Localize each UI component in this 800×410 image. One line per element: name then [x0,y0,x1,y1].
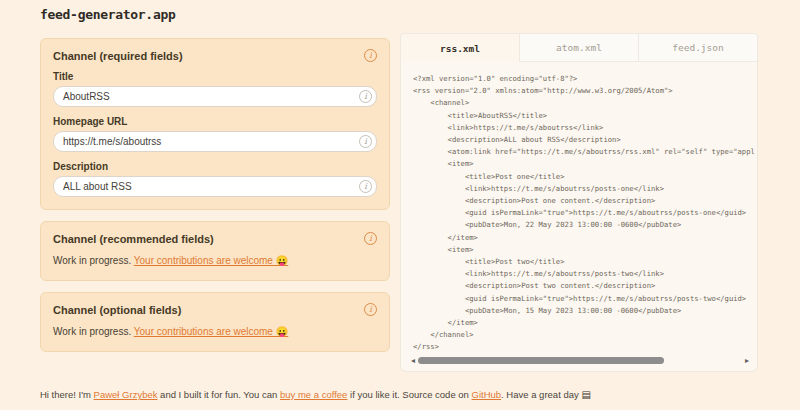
format-tabs: rss.xml atom.xml feed.json [400,33,758,62]
scrollbar-thumb[interactable] [418,357,664,364]
info-icon[interactable]: i [364,232,377,245]
homepage-url-input[interactable] [53,131,377,152]
info-icon[interactable]: i [364,49,377,62]
panel-channel-recommended: Channel (recommended fields) i Work in p… [40,221,390,281]
tab-atom-xml[interactable]: atom.xml [520,33,639,62]
contributions-link[interactable]: Your contributions are welcome 😛 [134,326,288,337]
wave-glyph: ▤ [581,389,590,400]
info-icon[interactable]: i [364,303,377,316]
panel-required-header: Channel (required fields) i [53,49,377,62]
preview-column: rss.xml atom.xml feed.json <?xml version… [400,33,758,372]
title-field-label: Title [53,71,377,82]
homepage-field-label: Homepage URL [53,116,377,127]
panel-recommended-header: Channel (recommended fields) i [53,232,377,245]
info-icon[interactable]: i [359,90,372,103]
panel-recommended-title: Channel (recommended fields) [53,233,214,245]
horizontal-scrollbar[interactable]: ◂ ▸ [411,356,749,365]
footer-text: . Have a great day [501,389,581,400]
panel-optional-title: Channel (optional fields) [53,304,181,316]
footer-text: and I built it for fun. You can [157,389,280,400]
description-field-label: Description [53,161,377,172]
footer-text: if you like it. Source code on [347,389,471,400]
homepage-field-wrap: i [53,131,377,152]
tab-rss-xml[interactable]: rss.xml [400,33,520,62]
scrollbar-track[interactable] [418,357,742,364]
footer-text: Hi there! I'm [40,389,94,400]
buy-me-a-coffee-link[interactable]: buy me a coffee [280,389,347,400]
tab-feed-json[interactable]: feed.json [639,33,758,62]
panel-optional-header: Channel (optional fields) i [53,303,377,316]
wip-prefix: Work in progress. [53,255,134,266]
github-link[interactable]: GitHub [472,389,502,400]
footer: Hi there! I'm Paweł Grzybek and I built … [40,389,780,400]
scroll-right-icon[interactable]: ▸ [745,356,749,365]
panel-channel-optional: Channel (optional fields) i Work in prog… [40,292,390,352]
title-input[interactable] [53,86,377,107]
wip-text: Work in progress. Your contributions are… [53,255,377,268]
contributions-link[interactable]: Your contributions are welcome 😛 [134,255,288,266]
code-preview-panel: <?xml version="1.0" encoding="utf-8"?><r… [400,62,758,372]
page-title: feed-generator.app [40,7,175,22]
info-icon[interactable]: i [359,135,372,148]
info-icon[interactable]: i [359,180,372,193]
title-field-wrap: i [53,86,377,107]
panel-required-title: Channel (required fields) [53,50,183,62]
author-link[interactable]: Paweł Grzybek [94,389,158,400]
description-field-wrap: i [53,176,377,197]
wip-prefix: Work in progress. [53,326,134,337]
wip-text: Work in progress. Your contributions are… [53,326,377,339]
form-column: Channel (required fields) i Title i Home… [40,38,390,352]
rss-xml-code: <?xml version="1.0" encoding="utf-8"?><r… [413,73,757,354]
scroll-left-icon[interactable]: ◂ [411,356,415,365]
description-input[interactable] [53,176,377,197]
panel-channel-required: Channel (required fields) i Title i Home… [40,38,390,210]
